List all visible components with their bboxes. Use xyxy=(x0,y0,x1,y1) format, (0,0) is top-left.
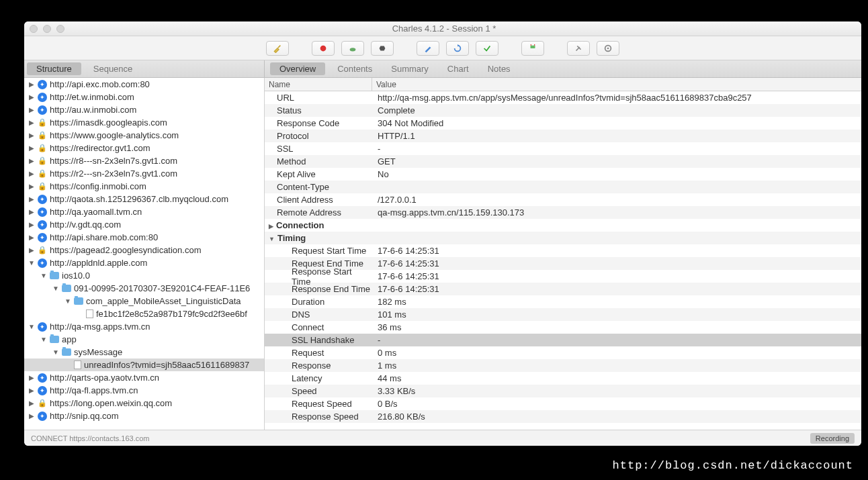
disclosure-arrow[interactable]: ▶ xyxy=(28,412,35,420)
tab-structure[interactable]: Structure xyxy=(27,62,81,75)
tree-row[interactable]: ▶🔒https://r2---sn-2x3eln7s.gvt1.com xyxy=(24,167,264,180)
detail-row[interactable]: ProtocolHTTP/1.1 xyxy=(265,130,861,142)
disclosure-arrow[interactable]: ▶ xyxy=(28,208,35,215)
structure-tree[interactable]: ▶✦http://api.exc.mob.com:80▶✦http://et.w… xyxy=(24,78,265,430)
tree-row[interactable]: ▶🔒https://imasdk.googleapis.com xyxy=(24,116,264,129)
disclosure-arrow[interactable]: ▶ xyxy=(28,195,35,203)
disclosure-arrow[interactable]: ▶ xyxy=(28,183,35,190)
tree-row[interactable]: unreadInfos?tvmid=sjh58aac51611689837 xyxy=(24,358,264,371)
tree-row[interactable]: ▶✦http://qarts-opa.yaotv.tvm.cn xyxy=(24,371,264,384)
validate-button[interactable] xyxy=(476,41,498,56)
broom-button[interactable] xyxy=(266,41,289,56)
detail-row[interactable]: Response1 ms xyxy=(265,359,861,372)
col-value[interactable]: Value xyxy=(372,78,861,91)
tree-row[interactable]: ▶✦http://au.w.inmobi.com xyxy=(24,103,264,116)
tree-row[interactable]: ▼app xyxy=(24,333,264,346)
disclosure-arrow[interactable]: ▼ xyxy=(28,323,35,330)
tree-row[interactable]: ▶✦http://qa.yaomall.tvm.cn xyxy=(24,205,264,218)
disclosure-arrow[interactable]: ▶ xyxy=(28,387,35,394)
tab-notes[interactable]: Notes xyxy=(478,60,520,77)
tree-row[interactable]: ▶🔒https://r8---sn-2x3eln7s.gvt1.com xyxy=(24,154,264,167)
tree-row[interactable]: ▼ios10.0 xyxy=(24,269,264,282)
tree-row[interactable]: ▼✦http://qa-msg.apps.tvm.cn xyxy=(24,320,264,333)
detail-row[interactable]: Response End Time17-6-6 14:25:31 xyxy=(265,283,861,295)
disclosure-arrow[interactable]: ▶ xyxy=(28,93,35,101)
tree-row[interactable]: ▶🔒https://pagead2.googlesyndication.com xyxy=(24,244,264,256)
detail-row[interactable]: Content-Type xyxy=(265,181,861,193)
detail-row[interactable]: SSL Handshake- xyxy=(265,334,861,346)
tree-row[interactable]: ▼com_apple_MobileAsset_LinguisticData xyxy=(24,295,264,307)
detail-row[interactable]: Kept AliveNo xyxy=(265,168,861,181)
tree-row[interactable]: ▶🔒https://redirector.gvt1.com xyxy=(24,142,264,154)
detail-row[interactable]: SSL- xyxy=(265,142,861,155)
disclosure-arrow[interactable]: ▶ xyxy=(28,119,35,126)
tree-row[interactable]: ▶✦http://et.w.inmobi.com xyxy=(24,91,264,103)
disclosure-arrow[interactable]: ▶ xyxy=(28,106,35,113)
disclosure-arrow[interactable]: ▼ xyxy=(40,336,47,343)
tab-contents[interactable]: Contents xyxy=(328,60,382,77)
detail-row[interactable]: DNS101 ms xyxy=(265,308,861,321)
tab-summary[interactable]: Summary xyxy=(382,60,438,77)
disclosure-arrow[interactable]: ▼ xyxy=(52,285,59,292)
wrench-button[interactable] xyxy=(567,41,590,56)
tools-button[interactable] xyxy=(521,41,544,56)
disclosure-arrow[interactable]: ▶ xyxy=(28,246,35,254)
disclosure-arrow[interactable]: ▼ xyxy=(52,348,59,356)
tree-row[interactable]: ▼sysMessage xyxy=(24,346,264,358)
disclosure-arrow[interactable]: ▶ xyxy=(28,144,35,152)
detail-row[interactable]: Request0 ms xyxy=(265,346,861,359)
tree-row[interactable]: ▶🔒https://long.open.weixin.qq.com xyxy=(24,397,264,410)
tree-row[interactable]: ▼✦http://appldnld.apple.com xyxy=(24,256,264,269)
tree-row[interactable]: ▶✦http://v.gdt.qq.com xyxy=(24,218,264,231)
detail-row[interactable]: Response Speed216.80 KB/s xyxy=(265,410,861,423)
zoom-dot[interactable] xyxy=(56,25,64,33)
tree-row[interactable]: ▶🔒https://config.inmobi.com xyxy=(24,180,264,193)
disclosure-arrow[interactable]: ▶ xyxy=(28,374,35,381)
disclosure-arrow[interactable]: ▶ xyxy=(28,234,35,241)
col-name[interactable]: Name xyxy=(265,78,372,91)
detail-row[interactable]: Duration182 ms xyxy=(265,295,861,308)
minimize-dot[interactable] xyxy=(43,25,51,33)
tree-row[interactable]: ▶🔒https://www.google-analytics.com xyxy=(24,129,264,142)
disclosure-arrow[interactable]: ▶ xyxy=(28,170,35,177)
compose-button[interactable] xyxy=(417,41,439,56)
disclosure-arrow[interactable]: ▶ xyxy=(28,132,35,139)
tree-row[interactable]: ▶✦http://api.share.mob.com:80 xyxy=(24,231,264,244)
tree-row[interactable]: ▶✦http://snip.qq.com xyxy=(24,410,264,422)
detail-row[interactable]: Response Start Time17-6-6 14:25:31 xyxy=(265,270,861,283)
throttle-button[interactable] xyxy=(341,41,364,56)
detail-row[interactable]: Speed3.33 KB/s xyxy=(265,385,861,397)
disclosure-arrow[interactable]: ▼ xyxy=(40,272,47,279)
detail-row[interactable]: Connect36 ms xyxy=(265,321,861,334)
tree-row[interactable]: fe1bc1f2e8c52a987b179fc9cd2f3ee6bf xyxy=(24,307,264,320)
detail-row[interactable]: Request Speed0 B/s xyxy=(265,397,861,410)
tree-row[interactable]: ▶✦http://api.exc.mob.com:80 xyxy=(24,78,264,91)
repeat-button[interactable] xyxy=(446,41,469,56)
disclosure-arrow[interactable]: ▶ xyxy=(28,81,35,88)
detail-group[interactable]: Connection xyxy=(265,219,861,232)
disclosure-arrow[interactable]: ▼ xyxy=(64,297,71,305)
disclosure-arrow[interactable]: ▶ xyxy=(28,221,35,228)
detail-row[interactable]: Request Start Time17-6-6 14:25:31 xyxy=(265,244,861,257)
breakpoints-button[interactable] xyxy=(371,41,394,56)
tree-row[interactable]: ▶✦http://qaota.sh.1251296367.clb.myqclou… xyxy=(24,193,264,205)
disclosure-arrow[interactable]: ▼ xyxy=(28,259,35,267)
detail-row[interactable]: StatusComplete xyxy=(265,104,861,117)
detail-body[interactable]: URLhttp://qa-msg.apps.tvm.cn/app/sysMess… xyxy=(265,91,861,430)
detail-row[interactable]: Client Address/127.0.0.1 xyxy=(265,193,861,206)
tree-row[interactable]: ▶✦http://qa-fl.apps.tvm.cn xyxy=(24,384,264,397)
disclosure-arrow[interactable]: ▶ xyxy=(28,157,35,164)
record-button[interactable] xyxy=(312,41,335,56)
detail-row[interactable]: Response Code304 Not Modified xyxy=(265,117,861,130)
tab-sequence[interactable]: Sequence xyxy=(84,60,142,77)
detail-row[interactable]: Latency44 ms xyxy=(265,372,861,385)
tree-row[interactable]: ▼091-00995-20170307-3E9201C4-FEAF-11E6 xyxy=(24,282,264,295)
tab-chart[interactable]: Chart xyxy=(438,60,478,77)
close-dot[interactable] xyxy=(30,25,38,33)
detail-group[interactable]: Timing xyxy=(265,232,861,244)
detail-row[interactable]: MethodGET xyxy=(265,155,861,168)
detail-row[interactable]: URLhttp://qa-msg.apps.tvm.cn/app/sysMess… xyxy=(265,91,861,104)
disclosure-arrow[interactable]: ▶ xyxy=(28,399,35,407)
settings-button[interactable] xyxy=(597,41,619,56)
tab-overview[interactable]: Overview xyxy=(270,62,325,75)
